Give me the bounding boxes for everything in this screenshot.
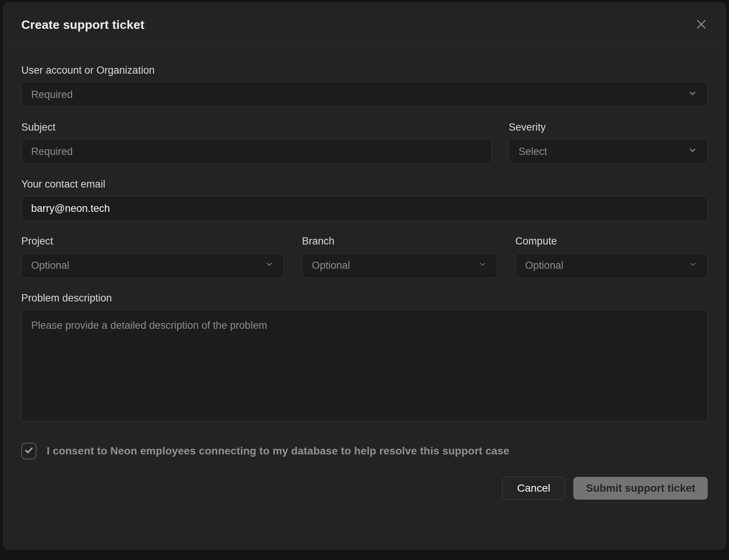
- project-select[interactable]: Optional: [21, 253, 284, 278]
- project-select-placeholder: Optional: [31, 260, 69, 271]
- chevron-down-icon: [478, 259, 488, 272]
- account-select[interactable]: Required: [21, 82, 708, 107]
- chevron-down-icon: [687, 88, 698, 101]
- consent-row: I consent to Neon employees connecting t…: [21, 443, 708, 459]
- project-field-group: Project Optional: [21, 235, 284, 278]
- branch-field-group: Branch Optional: [302, 235, 497, 278]
- dialog-body: User account or Organization Required Su…: [3, 47, 726, 549]
- subject-input[interactable]: [21, 139, 492, 164]
- submit-support-ticket-button[interactable]: Submit support ticket: [573, 477, 708, 500]
- description-field-group: Problem description: [21, 292, 708, 421]
- dialog-header: Create support ticket: [3, 3, 726, 47]
- email-field-group: Your contact email: [21, 178, 708, 221]
- severity-field-group: Severity Select: [509, 121, 708, 164]
- project-branch-compute-row: Project Optional Branch Optional: [21, 235, 708, 278]
- compute-field-group: Compute Optional: [515, 235, 708, 278]
- consent-checkbox[interactable]: [21, 443, 36, 459]
- description-textarea[interactable]: [21, 310, 708, 421]
- close-button[interactable]: [693, 16, 710, 33]
- account-field-group: User account or Organization Required: [21, 65, 708, 107]
- subject-label: Subject: [21, 121, 492, 133]
- severity-select[interactable]: Select: [509, 139, 708, 164]
- compute-select[interactable]: Optional: [515, 253, 708, 278]
- account-label: User account or Organization: [21, 65, 708, 76]
- account-select-placeholder: Required: [31, 89, 73, 101]
- close-icon: [695, 18, 708, 32]
- branch-select[interactable]: Optional: [302, 253, 497, 278]
- subject-severity-row: Subject Severity Select: [21, 121, 708, 164]
- email-label: Your contact email: [21, 178, 708, 190]
- chevron-down-icon: [687, 145, 698, 158]
- subject-field-group: Subject: [21, 121, 492, 164]
- create-support-ticket-dialog: Create support ticket User account or Or…: [3, 2, 726, 550]
- cancel-button[interactable]: Cancel: [502, 477, 565, 500]
- severity-label: Severity: [509, 121, 708, 133]
- chevron-down-icon: [688, 259, 698, 272]
- compute-label: Compute: [515, 235, 708, 247]
- dialog-title: Create support ticket: [21, 18, 144, 32]
- dialog-actions: Cancel Submit support ticket: [21, 477, 708, 500]
- consent-label: I consent to Neon employees connecting t…: [47, 445, 510, 457]
- email-input[interactable]: [21, 196, 708, 221]
- branch-label: Branch: [302, 235, 497, 247]
- severity-select-placeholder: Select: [519, 146, 547, 158]
- checkmark-icon: [24, 445, 34, 457]
- branch-select-placeholder: Optional: [312, 260, 350, 271]
- chevron-down-icon: [264, 259, 274, 272]
- description-label: Problem description: [21, 292, 708, 304]
- compute-select-placeholder: Optional: [525, 260, 563, 271]
- project-label: Project: [21, 235, 284, 247]
